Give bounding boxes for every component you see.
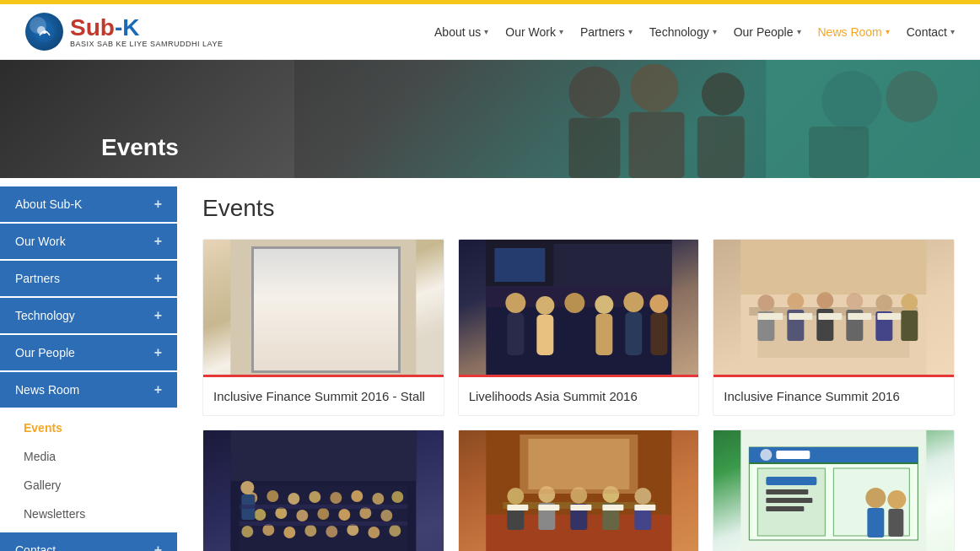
svg-rect-18	[310, 261, 331, 273]
sidebar: About Sub-K + Our Work + Partners + Tech…	[0, 178, 177, 551]
svg-rect-104	[528, 439, 629, 489]
svg-point-4	[568, 67, 620, 118]
svg-point-78	[241, 526, 253, 537]
event-image-6	[713, 430, 954, 551]
svg-point-83	[347, 524, 358, 536]
logo[interactable]: Sub-K BASIX SAB KE LIYE SAMRUDDHI LAYE	[25, 13, 223, 51]
event-card-4[interactable]: Livelihoods Asia Summit 2015	[202, 429, 444, 551]
event-image-1	[203, 240, 444, 375]
svg-point-28	[564, 293, 584, 313]
svg-rect-31	[595, 314, 612, 355]
sidebar-item-news-room[interactable]: News Room +	[0, 372, 177, 408]
svg-point-2	[43, 30, 46, 34]
event-image-4	[203, 430, 444, 551]
nav-our-people[interactable]: Our People ▾	[734, 25, 801, 39]
logo-brand: Sub-K	[70, 16, 223, 40]
svg-rect-38	[553, 244, 671, 286]
svg-point-50	[876, 294, 893, 311]
sidebar-item-our-work[interactable]: Our Work +	[0, 224, 177, 259]
svg-point-52	[902, 294, 918, 311]
svg-point-72	[275, 507, 287, 519]
event-image-5	[459, 430, 699, 551]
svg-point-6	[702, 73, 745, 116]
svg-rect-61	[230, 430, 416, 481]
svg-rect-58	[878, 313, 902, 320]
main-nav: About us ▾ Our Work ▾ Partners ▾ Technol…	[434, 25, 955, 39]
svg-rect-14	[230, 240, 416, 375]
hero-title: Events	[101, 134, 179, 161]
partners-expand-icon: +	[154, 271, 162, 286]
about-caret: ▾	[484, 27, 488, 36]
event-image-3	[713, 240, 954, 375]
svg-point-42	[758, 294, 775, 311]
event-info-2: Livelihoods Asia Summit 2016	[459, 375, 699, 415]
sidebar-item-partners[interactable]: Partners +	[0, 261, 177, 296]
our-work-expand-icon: +	[154, 234, 162, 249]
svg-rect-33	[625, 312, 642, 355]
svg-point-85	[389, 525, 401, 537]
nav-partners[interactable]: Partners ▾	[580, 25, 633, 39]
svg-rect-106	[538, 505, 559, 510]
submenu-events[interactable]: Events	[0, 413, 177, 442]
svg-point-26	[536, 296, 554, 315]
page-layout: About Sub-K + Our Work + Partners + Tech…	[0, 178, 980, 551]
svg-rect-53	[902, 311, 918, 341]
svg-point-34	[649, 294, 668, 313]
svg-point-70	[391, 491, 403, 503]
submenu-newsletters[interactable]: Newsletters	[0, 500, 177, 528]
svg-point-65	[288, 493, 299, 505]
svg-point-67	[330, 492, 342, 504]
technology-expand-icon: +	[154, 308, 162, 323]
svg-point-75	[338, 509, 350, 521]
svg-point-84	[368, 527, 380, 538]
event-title-2: Livelihoods Asia Summit 2016	[469, 387, 689, 405]
svg-rect-88	[239, 505, 407, 509]
svg-point-73	[296, 510, 308, 521]
event-card-6[interactable]: Inclusive Finance Summit 2015	[713, 429, 955, 551]
svg-rect-20	[298, 331, 348, 341]
submenu-gallery[interactable]: Gallery	[0, 471, 177, 500]
svg-rect-123	[750, 447, 918, 462]
page-title: Events	[202, 195, 955, 222]
event-card-1[interactable]: Inclusive Finance Summit 2016 - Stall	[202, 239, 444, 416]
news-room-submenu: Events Media Gallery Newsletters	[0, 409, 177, 532]
nav-about[interactable]: About us ▾	[434, 25, 488, 39]
logo-icon	[25, 13, 63, 51]
event-card-5[interactable]: A Banking Agent in Every Village	[458, 429, 700, 551]
submenu-media[interactable]: Media	[0, 442, 177, 471]
svg-rect-27	[536, 315, 553, 355]
svg-point-82	[326, 526, 337, 537]
svg-rect-8	[628, 112, 684, 178]
event-card-3[interactable]: Inclusive Finance Summit 2016	[713, 239, 955, 416]
event-card-2[interactable]: Livelihoods Asia Summit 2016	[458, 239, 700, 416]
svg-rect-15	[256, 248, 390, 349]
svg-point-80	[283, 527, 295, 538]
nav-technology[interactable]: Technology ▾	[649, 25, 717, 39]
nav-news-room[interactable]: News Room ▾	[818, 25, 890, 39]
sidebar-item-technology[interactable]: Technology +	[0, 298, 177, 333]
svg-rect-105	[507, 505, 528, 510]
nav-contact[interactable]: Contact ▾	[907, 25, 955, 39]
event-info-3: Inclusive Finance Summit 2016	[713, 375, 954, 415]
svg-rect-59	[741, 240, 927, 294]
event-image-2	[459, 240, 699, 375]
svg-point-121	[888, 490, 907, 509]
events-grid: Inclusive Finance Summit 2016 - Stall	[202, 239, 955, 551]
nav-our-work[interactable]: Our Work ▾	[505, 25, 563, 39]
svg-rect-122	[889, 509, 904, 537]
sidebar-item-about[interactable]: About Sub-K +	[0, 186, 177, 222]
sidebar-item-our-people[interactable]: Our People +	[0, 335, 177, 370]
our-people-caret: ▾	[797, 27, 801, 36]
sidebar-item-contact[interactable]: Contact +	[0, 532, 177, 551]
svg-rect-125	[777, 451, 810, 459]
our-people-expand-icon: +	[154, 345, 162, 360]
svg-rect-109	[634, 505, 655, 510]
svg-point-64	[267, 490, 278, 502]
event-title-3: Inclusive Finance Summit 2016	[724, 387, 944, 405]
contact-caret: ▾	[950, 27, 955, 36]
svg-rect-7	[568, 118, 620, 178]
partners-caret: ▾	[628, 27, 633, 36]
svg-point-24	[505, 293, 525, 313]
event-info-1: Inclusive Finance Summit 2016 - Stall	[203, 375, 444, 415]
svg-rect-115	[767, 477, 817, 485]
